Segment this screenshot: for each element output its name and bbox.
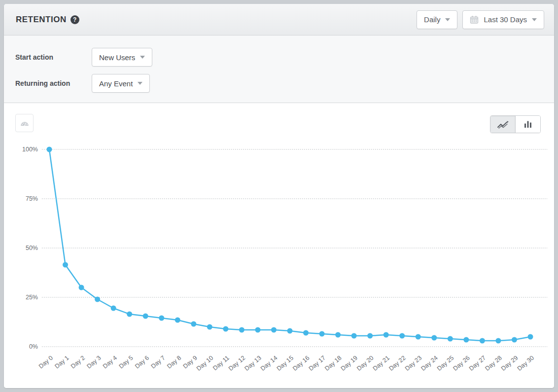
returning-action-row: Returning action Any Event xyxy=(15,74,554,93)
retention-line xyxy=(49,149,530,341)
date-range-dropdown-value: Last 30 Days xyxy=(484,15,527,24)
x-tick-label: Day 16 xyxy=(291,355,311,372)
data-point[interactable] xyxy=(384,332,389,338)
date-range-dropdown[interactable]: Last 30 Days xyxy=(462,10,544,29)
data-point[interactable] xyxy=(512,337,517,343)
data-point[interactable] xyxy=(319,331,325,337)
x-tick-label: Day 6 xyxy=(134,355,150,370)
retention-chart: 0%25%50%75%100%Day 0Day 1Day 2Day 3Day 4… xyxy=(4,103,554,388)
gauge-icon xyxy=(19,118,30,129)
x-tick-label: Day 20 xyxy=(355,355,375,372)
data-point[interactable] xyxy=(528,334,533,340)
data-point[interactable] xyxy=(255,327,260,333)
y-tick-label: 75% xyxy=(26,195,38,202)
interval-dropdown-value: Daily xyxy=(424,15,440,24)
data-point[interactable] xyxy=(335,332,341,338)
x-tick-label: Day 13 xyxy=(244,355,263,372)
data-point[interactable] xyxy=(159,316,164,321)
x-tick-label: Day 14 xyxy=(259,355,279,372)
data-point[interactable] xyxy=(175,318,180,323)
data-point[interactable] xyxy=(431,335,437,341)
data-point[interactable] xyxy=(495,338,501,344)
bar-view-button[interactable] xyxy=(515,116,540,133)
data-point[interactable] xyxy=(448,336,453,342)
start-action-dropdown-value: New Users xyxy=(99,53,135,62)
data-point[interactable] xyxy=(416,334,421,340)
x-tick-label: Day 7 xyxy=(150,355,167,370)
x-tick-label: Day 5 xyxy=(118,355,135,370)
x-tick-label: Day 15 xyxy=(276,355,295,372)
data-point[interactable] xyxy=(271,327,277,333)
chevron-down-icon xyxy=(140,56,145,59)
data-point[interactable] xyxy=(399,333,405,339)
y-tick-label: 0% xyxy=(29,343,38,350)
x-tick-label: Day 1 xyxy=(53,355,70,370)
x-tick-label: Day 29 xyxy=(500,355,519,372)
data-point[interactable] xyxy=(111,306,116,311)
data-point[interactable] xyxy=(287,328,293,334)
calendar-icon xyxy=(470,15,479,24)
y-tick-label: 100% xyxy=(22,146,38,153)
data-point[interactable] xyxy=(223,326,228,332)
data-point[interactable] xyxy=(463,337,469,343)
retention-report-card: RETENTION ? Daily Last 30 Days xyxy=(4,4,554,388)
data-point[interactable] xyxy=(207,324,212,330)
data-point[interactable] xyxy=(303,330,309,336)
data-point[interactable] xyxy=(239,327,244,333)
chevron-down-icon xyxy=(138,82,142,85)
x-tick-label: Day 12 xyxy=(227,355,246,372)
data-point[interactable] xyxy=(480,338,485,344)
line-chart-icon xyxy=(496,119,509,129)
returning-action-dropdown[interactable]: Any Event xyxy=(92,74,150,93)
chart-section: 0%25%50%75%100%Day 0Day 1Day 2Day 3Day 4… xyxy=(4,103,554,388)
x-tick-label: Day 18 xyxy=(323,355,343,372)
data-point[interactable] xyxy=(47,147,52,152)
x-tick-label: Day 4 xyxy=(102,355,118,370)
chevron-down-icon xyxy=(532,18,537,21)
report-header: RETENTION ? Daily Last 30 Days xyxy=(4,4,554,36)
x-tick-label: Day 27 xyxy=(468,355,487,372)
x-tick-label: Day 19 xyxy=(340,355,359,372)
filter-section: Start action New Users Returning action … xyxy=(4,36,554,103)
x-tick-label: Day 28 xyxy=(484,355,503,372)
x-tick-label: Day 3 xyxy=(86,355,103,370)
x-tick-label: Day 22 xyxy=(387,355,407,372)
start-action-dropdown[interactable]: New Users xyxy=(92,48,152,67)
x-tick-label: Day 25 xyxy=(436,355,455,372)
bar-chart-icon xyxy=(523,119,533,129)
start-action-row: Start action New Users xyxy=(15,48,554,67)
data-point[interactable] xyxy=(351,333,357,339)
chart-view-toggle xyxy=(490,115,541,133)
line-view-button[interactable] xyxy=(490,116,515,133)
x-tick-label: Day 10 xyxy=(195,355,214,372)
start-action-label: Start action xyxy=(15,53,92,61)
data-point[interactable] xyxy=(367,333,373,339)
x-tick-label: Day 2 xyxy=(70,355,86,370)
x-tick-label: Day 21 xyxy=(372,355,391,372)
help-icon[interactable]: ? xyxy=(70,15,79,24)
returning-action-dropdown-value: Any Event xyxy=(99,79,133,88)
x-tick-label: Day 11 xyxy=(211,355,231,372)
data-point[interactable] xyxy=(79,285,84,290)
interval-dropdown[interactable]: Daily xyxy=(417,10,457,29)
y-tick-label: 25% xyxy=(26,294,38,301)
x-tick-label: Day 0 xyxy=(37,355,54,370)
x-tick-label: Day 24 xyxy=(419,355,439,372)
data-point[interactable] xyxy=(191,321,196,327)
x-tick-label: Day 8 xyxy=(166,355,182,370)
chevron-down-icon xyxy=(445,18,450,21)
x-tick-label: Day 30 xyxy=(516,355,535,372)
page-title: RETENTION xyxy=(16,15,67,25)
x-tick-label: Day 23 xyxy=(404,355,423,372)
data-point[interactable] xyxy=(127,312,132,317)
y-tick-label: 50% xyxy=(26,245,38,251)
x-tick-label: Day 17 xyxy=(308,355,327,372)
add-to-dashboard-button[interactable] xyxy=(15,114,34,132)
x-tick-label: Day 26 xyxy=(452,355,471,372)
data-point[interactable] xyxy=(143,314,148,319)
data-point[interactable] xyxy=(95,297,100,302)
returning-action-label: Returning action xyxy=(15,79,92,87)
data-point[interactable] xyxy=(63,262,68,268)
